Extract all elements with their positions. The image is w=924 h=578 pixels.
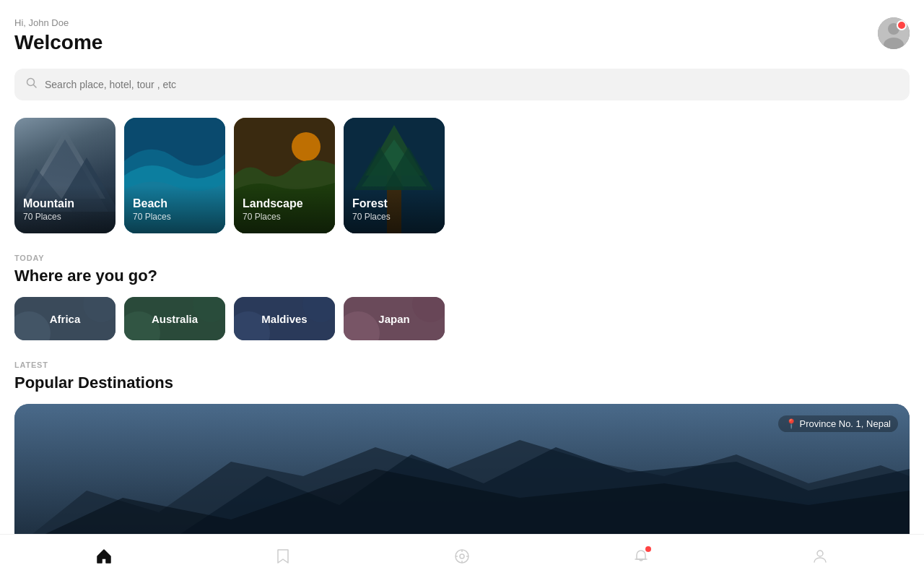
popular-section: LATEST Popular Destinations [14, 361, 910, 392]
destinations-row: Africa Australia Maldives [14, 297, 910, 340]
welcome-title: Welcome [14, 31, 103, 54]
destination-label-japan: Japan [378, 313, 409, 325]
popular-card[interactable]: 📍 Province No. 1, Nepal [14, 404, 910, 534]
popular-location: 📍 Province No. 1, Nepal [778, 415, 898, 432]
avatar[interactable] [878, 17, 910, 49]
category-places-landscape: 70 Places [243, 212, 326, 222]
today-title: Where are you go? [14, 267, 910, 285]
nav-explore[interactable] [439, 543, 485, 569]
category-places-forest: 70 Places [352, 212, 436, 222]
svg-line-4 [34, 85, 37, 88]
profile-icon [811, 548, 829, 565]
nav-bookmark[interactable] [260, 543, 306, 569]
nav-notification[interactable] [618, 543, 664, 569]
category-overlay-forest: Forest 70 Places [344, 186, 445, 233]
explore-icon [453, 548, 471, 565]
category-card-beach[interactable]: Beach 70 Places [124, 118, 225, 233]
svg-point-34 [460, 554, 464, 558]
today-label: TODAY [14, 254, 910, 262]
destination-africa[interactable]: Africa [14, 297, 116, 340]
avatar-image [878, 17, 910, 49]
destination-maldives[interactable]: Maldives [234, 297, 335, 340]
destination-japan[interactable]: Japan [344, 297, 445, 340]
header-text: Hi, John Doe Welcome [14, 17, 103, 54]
category-name-landscape: Landscape [243, 197, 326, 210]
nav-profile[interactable] [797, 543, 843, 569]
popular-location-text: Province No. 1, Nepal [800, 418, 891, 429]
category-overlay-beach: Beach 70 Places [124, 186, 225, 233]
category-overlay-mountain: Mountain 70 Places [14, 186, 116, 233]
category-name-forest: Forest [352, 197, 436, 210]
categories-row: Mountain 70 Places Beach 70 Places [14, 118, 910, 233]
search-input[interactable] [45, 79, 898, 90]
destination-label-africa: Africa [50, 313, 81, 325]
location-pin-icon: 📍 [785, 418, 797, 429]
app-container: Hi, John Doe Welcome [0, 0, 924, 578]
category-places-beach: 70 Places [133, 212, 217, 222]
svg-point-10 [292, 132, 321, 161]
home-icon [95, 548, 113, 565]
today-section: TODAY Where are you go? [14, 254, 910, 285]
category-card-mountain[interactable]: Mountain 70 Places [14, 118, 116, 233]
bookmark-icon [274, 548, 292, 565]
destination-label-australia: Australia [152, 313, 198, 325]
search-bar[interactable] [14, 69, 910, 100]
svg-point-39 [817, 551, 823, 556]
category-card-landscape[interactable]: Landscape 70 Places [234, 118, 335, 233]
popular-label: LATEST [14, 361, 910, 369]
nav-home[interactable] [81, 543, 127, 569]
popular-title: Popular Destinations [14, 374, 910, 392]
main-content: Hi, John Doe Welcome [0, 0, 924, 534]
category-card-forest[interactable]: Forest 70 Places [344, 118, 445, 233]
search-icon [26, 77, 38, 92]
svg-point-1 [888, 23, 899, 35]
category-overlay-landscape: Landscape 70 Places [234, 186, 335, 233]
destination-australia[interactable]: Australia [124, 297, 225, 340]
category-places-mountain: 70 Places [23, 212, 107, 222]
category-name-mountain: Mountain [23, 197, 107, 210]
bottom-nav [0, 534, 924, 578]
notification-dot [645, 546, 651, 552]
destination-label-maldives: Maldives [261, 313, 307, 325]
greeting: Hi, John Doe [14, 17, 103, 28]
header-row: Hi, John Doe Welcome [14, 17, 910, 54]
category-name-beach: Beach [133, 197, 217, 210]
